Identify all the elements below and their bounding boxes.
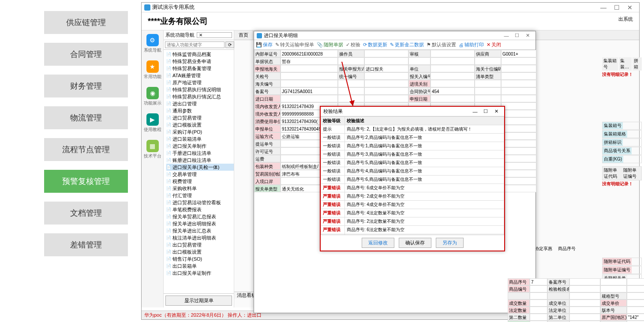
dialog2-min-button[interactable]: —	[470, 109, 480, 114]
nav-strip-item[interactable]: ▦技术平台	[142, 136, 163, 163]
side-menu-item[interactable]: 物流管理	[44, 106, 128, 129]
form-value[interactable]	[475, 57, 501, 65]
form-value[interactable]	[501, 170, 536, 177]
lf-value[interactable]	[530, 307, 547, 314]
form-value[interactable]	[431, 57, 475, 65]
nav-strip-item[interactable]: ▶使用教程	[142, 110, 163, 136]
minimize-button[interactable]: —	[597, 4, 610, 11]
lf-value[interactable]	[569, 292, 600, 300]
tree-node[interactable]: 付汇管理	[166, 192, 234, 199]
lf-value[interactable]	[569, 300, 600, 307]
form-value[interactable]	[364, 87, 408, 95]
lf-value[interactable]	[530, 300, 547, 307]
dialog1-close-button[interactable]: ✕	[522, 33, 533, 38]
dialog2-max-button[interactable]: ☐	[480, 109, 491, 114]
lf-value[interactable]	[569, 285, 600, 292]
validation-row[interactable]: 严重错误商品序号: 2法定数量不能为空	[321, 217, 504, 226]
form-value[interactable]: 进口报关	[364, 65, 408, 72]
form-value[interactable]: 200096621EI000028	[281, 50, 338, 57]
tree-node[interactable]: 特殊监管商品档案	[166, 51, 234, 58]
form-value[interactable]	[501, 65, 536, 72]
tree-node[interactable]: ATA账册管理	[166, 72, 234, 79]
toolbar-默认值设置[interactable]: ⚑默认值设置	[427, 41, 456, 48]
validation-row[interactable]: 严重错误商品序号: 6成交单价不能为空	[321, 184, 504, 192]
validation-row[interactable]: 一般错误商品序号:3,商品编码与备案信息不一致	[321, 150, 504, 159]
form-value[interactable]	[501, 117, 536, 125]
dialog1-max-button[interactable]: ☐	[512, 33, 522, 38]
form-value[interactable]	[364, 50, 408, 57]
side-menu-item[interactable]: 供应链管理	[44, 11, 128, 34]
tree-node[interactable]: 进口报关单制作	[166, 142, 234, 150]
lf-value[interactable]	[530, 314, 547, 321]
lf-value[interactable]	[530, 285, 547, 292]
form-value[interactable]	[501, 155, 536, 162]
side-menu-item[interactable]: 文档管理	[44, 202, 128, 225]
toolbar-校验[interactable]: ✓校验	[346, 41, 360, 48]
return-modify-button[interactable]: 返回修改	[362, 238, 394, 248]
dialog1-min-button[interactable]: —	[501, 33, 512, 38]
validation-row[interactable]: 一般错误商品序号:4,商品编码与备案信息不一致	[321, 167, 504, 176]
tree-search-button[interactable]: ⟳	[225, 41, 234, 48]
tree-node[interactable]: 特殊贸易业务申请	[166, 58, 234, 65]
form-value[interactable]	[501, 185, 536, 192]
side-menu-item[interactable]: 合同管理	[44, 43, 128, 66]
tree-node[interactable]: 手册进口核注清单	[166, 150, 234, 157]
tree-node[interactable]: 税费管理	[166, 178, 234, 185]
form-value[interactable]	[364, 57, 408, 65]
form-value[interactable]	[501, 140, 536, 147]
form-value[interactable]	[281, 72, 338, 80]
tree-node[interactable]: 报关单贸易汇总报表	[166, 213, 234, 220]
form-value[interactable]	[475, 87, 501, 95]
form-value[interactable]	[281, 80, 338, 87]
tree-search-input[interactable]	[165, 41, 225, 48]
lf-value[interactable]	[627, 278, 644, 285]
form-value[interactable]	[364, 95, 408, 102]
form-value[interactable]	[501, 125, 536, 132]
toolbar-辅助打印[interactable]: 🖨辅助打印	[459, 41, 484, 48]
close-button[interactable]: ✕	[623, 4, 637, 11]
tree-node[interactable]: 交易单管理	[166, 171, 234, 178]
tab-home[interactable]: 首页	[234, 30, 253, 40]
form-value[interactable]	[501, 80, 536, 87]
tree-node[interactable]: 进口报关单(关检一体)	[166, 164, 234, 171]
form-value[interactable]	[431, 65, 475, 72]
side-menu-item[interactable]: 差错管理	[44, 233, 128, 256]
lf-value[interactable]: "142"	[627, 314, 644, 321]
nav-strip-item[interactable]: ⚙系统导航	[142, 30, 163, 57]
form-value[interactable]	[431, 50, 475, 57]
form-value[interactable]	[501, 162, 536, 170]
tree-node[interactable]: 账册进口核注清单	[166, 157, 234, 164]
show-expired-menu-button[interactable]: 显示过期菜单	[165, 296, 232, 306]
form-value[interactable]	[501, 72, 536, 80]
lf-value[interactable]	[627, 300, 644, 307]
tree-node[interactable]: 采购订单(PO)	[166, 128, 234, 135]
lf-value[interactable]	[569, 278, 600, 285]
tree-node[interactable]: 报关单进出明细报表	[166, 220, 234, 227]
lf-value[interactable]	[627, 292, 644, 300]
tree-node[interactable]: 进口模板设置	[166, 121, 234, 128]
validation-row[interactable]: 严重错误商品序号: 4成交单价不能为空	[321, 201, 504, 209]
form-value[interactable]	[501, 87, 536, 95]
toolbar-数据更新[interactable]: ⟳数据更新	[363, 41, 387, 48]
tree-node[interactable]: 进出口管理	[166, 100, 234, 107]
side-menu-item[interactable]: 流程节点管理	[44, 138, 128, 161]
maximize-button[interactable]: ☐	[610, 4, 623, 11]
tree-node[interactable]: 进口贸易活动管控看板	[166, 199, 234, 206]
tree-node[interactable]: 进口贸易管理	[166, 114, 234, 121]
form-value[interactable]: 454	[431, 87, 475, 95]
confirm-save-button[interactable]: 确认保存	[399, 238, 431, 248]
toolbar-转关运输申报单[interactable]: ✎转关运输申报单	[275, 41, 314, 48]
toolbar-更新金二数据[interactable]: ✎更新金二数据	[390, 41, 424, 48]
tree-node[interactable]: 出口模板设置	[166, 248, 234, 255]
tree-node[interactable]: 出口贸易管理	[166, 241, 234, 248]
validation-row[interactable]: 一般错误商品序号:5,商品编码与备案信息不一致	[321, 159, 504, 167]
form-value[interactable]	[501, 147, 536, 155]
form-value[interactable]	[281, 65, 338, 72]
form-value[interactable]	[364, 72, 408, 80]
tree-node[interactable]: 销售订单(SO)	[166, 255, 234, 262]
lf-value[interactable]	[627, 285, 644, 292]
lf-value[interactable]	[627, 307, 644, 314]
tree-node[interactable]: 进口装箱清单	[166, 135, 234, 142]
toolbar-保存[interactable]: 💾保存	[256, 41, 273, 48]
form-value[interactable]	[431, 95, 475, 102]
